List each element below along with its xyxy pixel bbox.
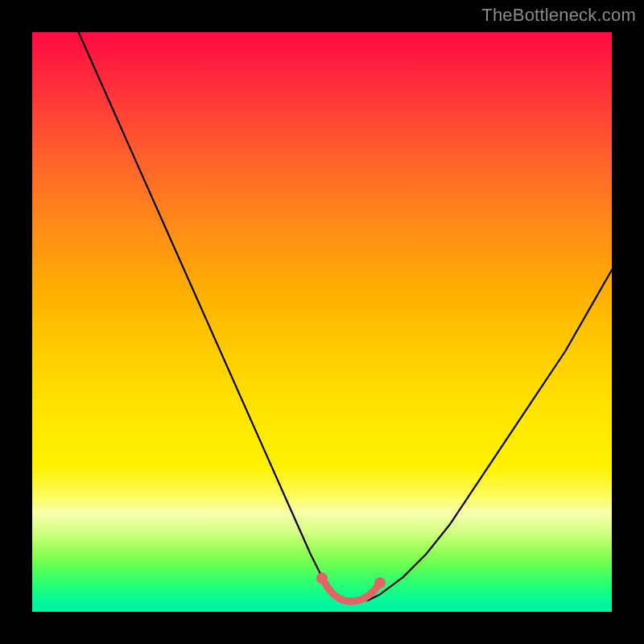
highlight-dot-left <box>316 572 328 584</box>
bottleneck-curve-path <box>79 32 612 601</box>
chart-frame: TheBottleneck.com <box>0 0 644 644</box>
chart-svg <box>32 32 612 612</box>
plot-area <box>32 32 612 612</box>
highlight-dot-right <box>374 577 386 588</box>
watermark-text: TheBottleneck.com <box>481 5 636 26</box>
